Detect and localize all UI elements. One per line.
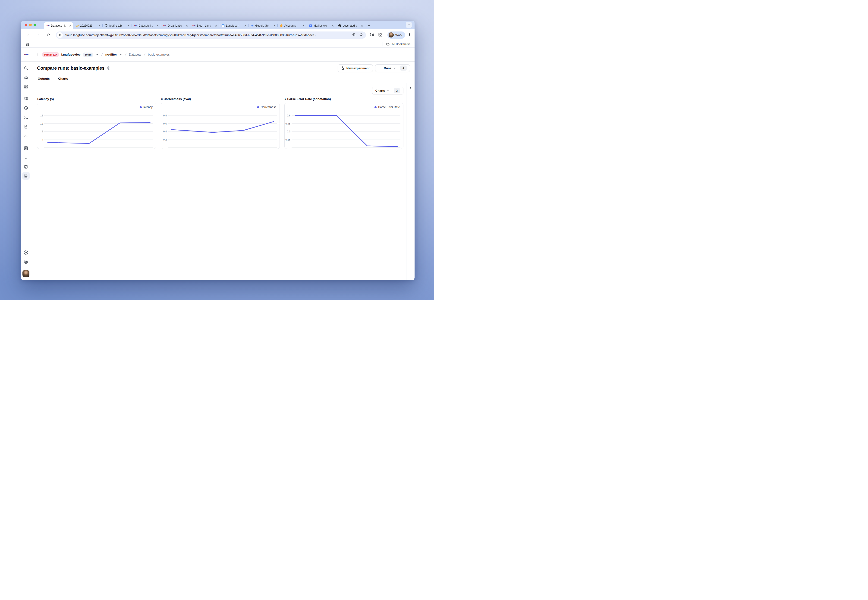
browser-profile-chip[interactable]: Work xyxy=(387,32,405,39)
browser-tab-9[interactable]: Accounts | xyxy=(278,22,307,29)
sidebar-item-annotation-queues[interactable] xyxy=(22,163,30,170)
org-name[interactable]: langfuse-dev xyxy=(61,53,80,56)
tab-outputs[interactable]: Outputs xyxy=(37,74,50,83)
close-tab-icon[interactable] xyxy=(69,24,71,27)
sidebar-item-search[interactable] xyxy=(22,64,30,72)
reload-button[interactable] xyxy=(46,32,52,38)
org-switcher-chevron[interactable] xyxy=(96,53,99,56)
runs-count-badge: 4 xyxy=(400,65,407,71)
close-tab-icon[interactable] xyxy=(244,24,247,27)
sidebar-item-home[interactable] xyxy=(22,74,30,81)
sessions-icon xyxy=(24,106,28,111)
close-tab-icon[interactable] xyxy=(215,24,217,27)
sidebar-item-playground[interactable] xyxy=(22,132,30,139)
tab-title: 20250923 xyxy=(80,24,97,27)
user-avatar[interactable] xyxy=(23,270,29,277)
close-tab-icon[interactable] xyxy=(185,24,188,27)
close-tab-icon[interactable] xyxy=(302,24,305,27)
browser-tab-6[interactable]: Blog - Lang xyxy=(190,22,219,29)
all-bookmarks-button[interactable]: All Bookmarks xyxy=(382,42,410,46)
breadcrumb-separator: / xyxy=(100,52,103,57)
close-window-button[interactable] xyxy=(25,24,27,26)
privacy-lock-icon[interactable] xyxy=(370,32,375,38)
breadcrumb-datasets-link[interactable]: Datasets xyxy=(129,53,141,56)
browser-tab-2[interactable]: 20250923 xyxy=(73,22,102,29)
zoom-page-icon[interactable] xyxy=(352,33,356,38)
prompts-icon xyxy=(24,124,28,129)
info-icon[interactable] xyxy=(107,66,111,70)
close-tab-icon[interactable] xyxy=(98,24,101,27)
browser-tab-4[interactable]: Datasets | L xyxy=(132,22,161,29)
new-tab-button[interactable] xyxy=(366,23,372,29)
minimize-window-button[interactable] xyxy=(29,24,32,26)
accounts-icon xyxy=(280,24,283,27)
url-text[interactable]: cloud.langfuse.com/project/cmfwgv8fx002o… xyxy=(65,33,349,37)
close-tab-icon[interactable] xyxy=(127,24,130,27)
browser-tab-11[interactable]: docs: add c xyxy=(336,22,365,29)
environment-badge: PROD-EU xyxy=(42,52,59,57)
sidebar-item-dashboards[interactable] xyxy=(22,83,30,90)
folder-icon xyxy=(386,42,390,46)
new-experiment-button[interactable]: New experiment xyxy=(338,64,373,72)
sidebar-item-sessions[interactable] xyxy=(22,105,30,112)
langfuse-app: PROD-EU langfuse-dev Team / no-filter / … xyxy=(21,48,414,280)
browser-tab-10[interactable]: Marlies we xyxy=(307,22,336,29)
forward-button[interactable] xyxy=(35,32,41,38)
sidebar-item-insights[interactable] xyxy=(22,154,30,161)
legend-label: Parse Error Rate xyxy=(378,106,400,109)
zoom-window-button[interactable] xyxy=(33,24,36,26)
browser-tab-3[interactable]: feat(io-tab xyxy=(102,22,132,29)
close-tab-icon[interactable] xyxy=(156,24,159,27)
svg-text:16: 16 xyxy=(40,114,43,117)
breadcrumb-dataset-name[interactable]: basic-examples xyxy=(148,53,170,56)
browser-tab-7[interactable]: 6Langfuse - xyxy=(219,22,248,29)
bookmarks-divider xyxy=(382,42,383,46)
close-tab-icon[interactable] xyxy=(361,24,363,27)
sidebar-item-datasets[interactable] xyxy=(22,172,30,180)
sidebar-item-tracing[interactable] xyxy=(22,95,30,103)
tab-search-button[interactable] xyxy=(406,22,412,28)
collapse-panel-button[interactable] xyxy=(409,86,412,89)
flask-icon xyxy=(341,66,344,70)
browser-tab-8[interactable]: Google Ger xyxy=(248,22,278,29)
all-bookmarks-label: All Bookmarks xyxy=(392,42,410,46)
profile-name: Work xyxy=(395,33,402,37)
charts-selector-button[interactable]: Charts 3 xyxy=(372,87,404,94)
svg-text:0.6: 0.6 xyxy=(163,122,167,125)
sidebar-toggle-button[interactable] xyxy=(35,52,40,57)
project-switcher-chevron[interactable] xyxy=(119,53,122,56)
langfuse-logo[interactable] xyxy=(21,48,31,62)
svg-text:8: 8 xyxy=(42,130,43,133)
sidebar-item-support[interactable] xyxy=(22,258,30,265)
svg-text:0.4: 0.4 xyxy=(163,130,167,133)
extensions-icon[interactable] xyxy=(378,32,382,38)
sidebar-item-evaluators[interactable] xyxy=(22,144,30,152)
apps-grid-icon[interactable] xyxy=(26,42,29,46)
sidebar-item-users[interactable] xyxy=(22,114,30,121)
content-wrap: Charts 3 Latency (s)481216latency# Corre… xyxy=(31,83,414,280)
tab-charts[interactable]: Charts xyxy=(58,74,69,83)
back-button[interactable] xyxy=(26,32,32,38)
colab-icon xyxy=(76,24,79,27)
browser-tab-5[interactable]: Organizatio xyxy=(161,22,190,29)
main-column: PROD-EU langfuse-dev Team / no-filter / … xyxy=(31,48,414,280)
close-tab-icon[interactable] xyxy=(273,24,276,27)
toolbar-divider xyxy=(386,33,386,37)
chart-card: 0.20.40.60.8Correctness xyxy=(161,103,280,149)
site-settings-button[interactable] xyxy=(57,32,63,38)
chart-title: Latency (s) xyxy=(37,97,156,101)
sidebar-item-prompts[interactable] xyxy=(22,123,30,130)
sidebar-item-settings[interactable] xyxy=(22,249,30,256)
sidebar-nav xyxy=(22,62,30,182)
chart-grid: Latency (s)481216latency# Correctness (e… xyxy=(31,94,406,149)
chart-title: # Parse Error Rate (annotation) xyxy=(285,97,404,101)
browser-tab-1[interactable]: Datasets | L xyxy=(44,22,73,29)
bookmarks-bar: All Bookmarks xyxy=(21,41,414,48)
address-bar[interactable]: cloud.langfuse.com/project/cmfwgv8fx002o… xyxy=(56,32,366,39)
project-name[interactable]: no-filter xyxy=(105,53,117,56)
bookmark-star-icon[interactable] xyxy=(359,32,363,38)
close-tab-icon[interactable] xyxy=(331,24,334,27)
runs-selector-button[interactable]: Runs 4 xyxy=(375,64,410,72)
browser-menu-button[interactable] xyxy=(408,33,411,37)
chart-canvas: 481216 xyxy=(37,103,156,148)
